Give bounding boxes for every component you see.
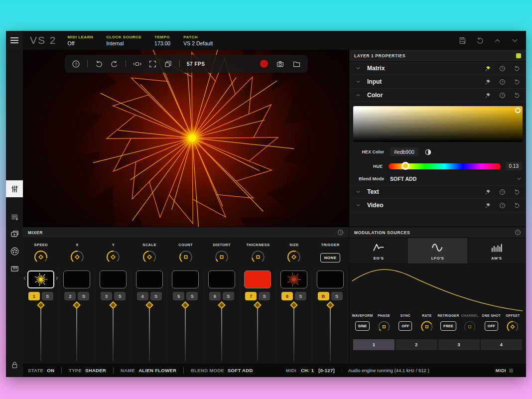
section-input[interactable]: Input ? — [349, 75, 526, 89]
save-icon[interactable] — [458, 36, 467, 45]
pan-icon[interactable] — [133, 60, 141, 68]
channel-fader[interactable] — [95, 301, 131, 365]
count-knob[interactable] — [177, 249, 194, 266]
help-icon[interactable]: ? — [499, 189, 506, 195]
hex-color-input[interactable]: #edb900 — [390, 147, 418, 156]
section-color[interactable]: Color ? — [349, 89, 526, 102]
channel-solo-button[interactable]: S — [186, 292, 198, 300]
fader-handle[interactable] — [218, 301, 226, 309]
hue-slider-thumb[interactable] — [401, 162, 409, 170]
type-value[interactable]: SHADER — [85, 368, 106, 373]
chevron-up-icon[interactable] — [355, 92, 362, 98]
fader-handle[interactable] — [109, 301, 117, 309]
chevron-left-icon[interactable] — [22, 275, 27, 281]
state-value[interactable]: ON — [47, 368, 54, 373]
sidebar-item-mixer[interactable] — [6, 180, 23, 197]
channel-solo-button[interactable]: S — [42, 292, 53, 300]
hue-value[interactable]: 0.13 — [506, 162, 522, 170]
retrigger-button[interactable]: FREE — [440, 321, 456, 331]
help-icon[interactable]: ? — [499, 92, 506, 99]
offset-knob[interactable] — [505, 319, 520, 334]
folder-icon[interactable] — [292, 60, 301, 68]
channel-thumbnail[interactable] — [172, 270, 199, 288]
one-shot-button[interactable]: OFF — [485, 321, 498, 331]
channel-select-button[interactable]: 4 — [137, 292, 148, 300]
channel-fader[interactable] — [276, 301, 312, 365]
fader-handle[interactable] — [181, 301, 189, 309]
channel-fader[interactable] — [204, 301, 240, 365]
lfo-waveform-display[interactable] — [349, 264, 527, 314]
tab-lfos[interactable]: LFO'S — [408, 238, 467, 264]
midi-learn-value[interactable]: Off — [68, 40, 94, 46]
channel-solo-button[interactable]: S — [331, 292, 343, 300]
record-icon[interactable] — [260, 60, 268, 68]
help-icon[interactable]: ? — [515, 229, 521, 236]
name-value[interactable]: ALIEN FLOWER — [138, 368, 176, 373]
tempo-param[interactable]: TEMPO 173.00 — [154, 35, 170, 46]
channel-solo-button[interactable]: S — [259, 292, 270, 300]
channel-solo-button[interactable]: S — [295, 292, 306, 300]
channel-solo-button[interactable]: S — [150, 292, 162, 300]
channel-fader[interactable] — [23, 301, 59, 365]
lfo-slot-4[interactable]: 4 — [481, 339, 522, 350]
fader-handle[interactable] — [37, 301, 45, 309]
channel-thumbnail[interactable] — [100, 270, 127, 288]
channel-select-button[interactable]: 3 — [101, 292, 112, 300]
scale-knob[interactable] — [141, 249, 158, 266]
pin-icon[interactable] — [485, 92, 491, 99]
distort-knob[interactable] — [213, 249, 230, 266]
reset-icon[interactable] — [514, 92, 520, 99]
tab-ams[interactable]: AM'S — [467, 238, 526, 264]
help-icon[interactable]: ? — [337, 229, 344, 236]
channel-solo-button[interactable]: S — [223, 292, 234, 300]
rate-knob[interactable] — [419, 319, 434, 334]
reset-icon[interactable] — [514, 189, 520, 195]
reset-icon[interactable] — [514, 79, 520, 85]
blend-mode-value[interactable]: SOFT ADD — [228, 368, 253, 373]
tab-egs[interactable]: EG'S — [349, 238, 408, 264]
camera-icon[interactable] — [276, 60, 284, 68]
size-knob[interactable] — [285, 249, 302, 266]
channel-select-button[interactable]: 2 — [64, 292, 76, 300]
viewer-undo-icon[interactable] — [95, 60, 103, 68]
channel-thumbnail[interactable] — [27, 270, 54, 288]
pin-icon[interactable] — [485, 189, 491, 195]
section-matrix[interactable]: Matrix ? — [349, 62, 526, 75]
layer-active-indicator[interactable] — [516, 53, 521, 58]
sidebar-item-lock[interactable] — [6, 356, 23, 373]
help-icon[interactable]: ? — [499, 202, 506, 209]
phase-knob[interactable] — [377, 319, 392, 334]
channel-fader[interactable] — [59, 301, 95, 365]
chevron-down-icon[interactable] — [355, 189, 362, 195]
invert-icon[interactable] — [424, 148, 432, 156]
channel-solo-button[interactable]: S — [78, 292, 89, 300]
channel-select-button[interactable]: 6 — [209, 292, 221, 300]
channel-select-button[interactable]: 1 — [28, 292, 40, 300]
channel-thumbnail[interactable] — [317, 270, 344, 288]
lfo-slot-2[interactable]: 2 — [396, 339, 437, 350]
sync-button[interactable]: OFF — [399, 321, 412, 331]
chevron-down-icon[interactable] — [516, 176, 522, 182]
waveform-button[interactable]: SINE — [355, 321, 370, 331]
fader-handle[interactable] — [254, 301, 262, 309]
tempo-value[interactable]: 173.00 — [154, 40, 170, 46]
chevron-down-icon[interactable] — [355, 65, 362, 71]
x-knob[interactable] — [69, 249, 86, 266]
sidebar-item-media[interactable] — [6, 225, 23, 242]
visual-preview[interactable]: ? 57 FPS — [23, 50, 349, 227]
sidebar-item-keyboard[interactable] — [6, 260, 23, 277]
section-text[interactable]: Text ? — [349, 185, 526, 199]
channel-thumbnail[interactable] — [244, 270, 271, 288]
channel-thumbnail[interactable] — [280, 270, 307, 288]
chevron-down-icon[interactable] — [355, 202, 362, 208]
channel-knob[interactable] — [462, 319, 477, 334]
layers-icon[interactable] — [164, 60, 172, 68]
hue-slider[interactable] — [389, 163, 501, 169]
speed-knob[interactable] — [32, 249, 49, 266]
help-icon[interactable]: ? — [499, 79, 506, 85]
midi-learn-param[interactable]: MIDI LEARN Off — [68, 35, 94, 46]
lfo-slot-1[interactable]: 1 — [353, 339, 395, 350]
sidebar-item-playlist[interactable] — [6, 208, 23, 225]
channel-select-button[interactable]: 5 — [173, 292, 184, 300]
saturation-brightness-picker[interactable] — [353, 106, 523, 142]
